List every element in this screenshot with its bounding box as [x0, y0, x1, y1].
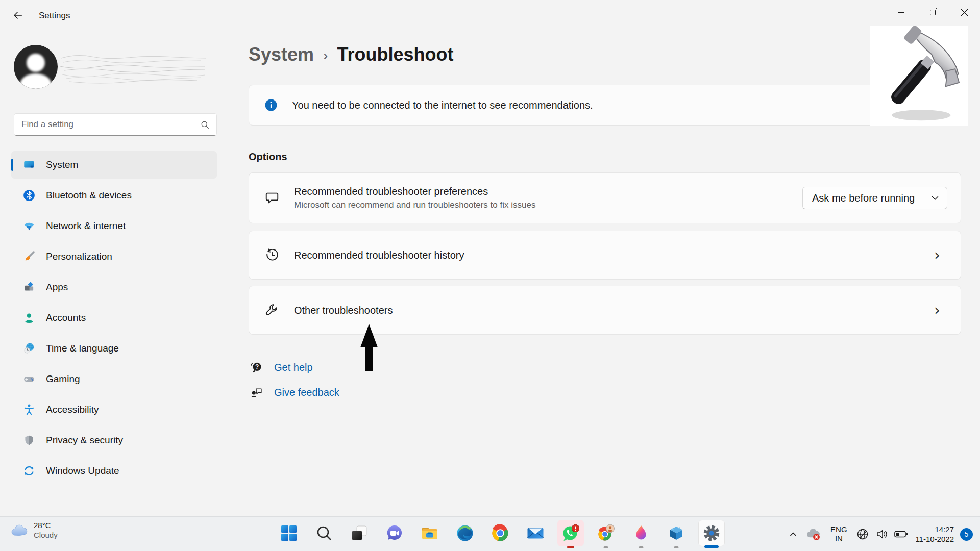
sidebar-item-label: System: [46, 159, 78, 170]
get-help-icon: ?: [249, 361, 264, 374]
search-icon: [316, 525, 332, 541]
tray-time: 14:27: [935, 525, 954, 534]
close-button[interactable]: [948, 0, 980, 24]
chevron-down-icon: [932, 196, 939, 201]
give-feedback-link[interactable]: Give feedback: [249, 382, 339, 403]
back-button[interactable]: [7, 5, 29, 26]
settings-button[interactable]: [698, 520, 725, 546]
card-title: Recommended troubleshooter preferences: [294, 186, 535, 197]
task-view-icon: [351, 524, 368, 542]
feedback-icon: [249, 386, 264, 399]
chat-button[interactable]: [381, 520, 408, 546]
file-explorer-button[interactable]: [416, 520, 443, 546]
task-view-button[interactable]: [346, 520, 373, 546]
tray-chevron-up-icon[interactable]: [785, 530, 802, 539]
weather-condition: Cloudy: [34, 531, 58, 540]
sidebar-item-personalization[interactable]: Personalization: [11, 243, 217, 270]
sidebar-item-label: Bluetooth & devices: [46, 190, 132, 201]
chrome-profile-open-indicator: [604, 546, 608, 548]
sidebar-item-system[interactable]: System: [11, 151, 217, 179]
edge-button[interactable]: [452, 520, 478, 546]
sidebar-item-bluetooth-devices[interactable]: Bluetooth & devices: [11, 182, 217, 209]
sidebar-item-time-language[interactable]: Time & language: [11, 335, 217, 362]
network-icon: [22, 219, 36, 233]
info-banner: You need to be connected to the internet…: [249, 85, 961, 126]
start-button[interactable]: [276, 520, 302, 546]
personalization-icon: [22, 250, 36, 263]
chrome-profile-button[interactable]: [593, 520, 619, 546]
search-icon[interactable]: [201, 120, 209, 129]
avatar-shoulders: [20, 73, 52, 89]
paint-button[interactable]: [628, 520, 654, 546]
card-subtitle: Microsoft can recommend and run troubles…: [294, 200, 535, 210]
annotation-up-arrow: [359, 323, 379, 372]
sidebar-item-accounts[interactable]: Accounts: [11, 304, 217, 332]
sidebar-item-accessibility[interactable]: Accessibility: [11, 396, 217, 423]
taskbar-search-button[interactable]: [311, 520, 337, 546]
system-icon: [22, 158, 36, 171]
bluetooth-icon: [22, 189, 36, 202]
chat-icon: [385, 524, 404, 542]
wrench-icon: [264, 303, 280, 318]
restore-button[interactable]: [917, 0, 948, 24]
breadcrumb-separator: ›: [323, 45, 328, 64]
battery-icon[interactable]: [892, 528, 911, 541]
sidebar-item-label: Gaming: [46, 373, 80, 385]
whatsapp-button[interactable]: [557, 520, 584, 546]
mail-button[interactable]: [522, 520, 549, 546]
sidebar-item-label: Apps: [46, 282, 68, 293]
restore-icon: [930, 10, 936, 15]
card-title: Other troubleshooters: [294, 305, 393, 316]
avatar[interactable]: [14, 45, 58, 89]
onedrive-error-icon[interactable]: [802, 527, 824, 541]
sidebar-item-label: Network & internet: [46, 220, 126, 232]
paint-icon: [632, 524, 650, 542]
gaming-icon: [22, 372, 36, 386]
sidebar-item-privacy-security[interactable]: Privacy & security: [11, 427, 217, 454]
card-recommended-troubleshooter-history[interactable]: Recommended troubleshooter history ›: [249, 231, 961, 280]
language-line2: IN: [835, 534, 843, 543]
get-help-link[interactable]: ? Get help: [249, 357, 339, 378]
settings-gear-icon: [702, 524, 721, 542]
titlebar: Settings: [0, 0, 980, 31]
hammer-image: [870, 26, 968, 126]
chrome-button[interactable]: [487, 520, 513, 546]
weather-temp: 28°C: [34, 521, 58, 531]
volume-icon[interactable]: [872, 528, 892, 541]
sidebar-item-network-internet[interactable]: Network & internet: [11, 212, 217, 240]
notification-count-badge[interactable]: 5: [960, 528, 973, 541]
minimize-icon: [898, 12, 904, 13]
sidebar-item-label: Time & language: [46, 343, 119, 354]
card-other-troubleshooters[interactable]: Other troubleshooters ›: [249, 286, 961, 335]
sidebar-item-label: Windows Update: [46, 465, 119, 477]
settings-active-indicator: [704, 545, 719, 548]
clock[interactable]: 14:27 11-10-2022: [915, 524, 954, 544]
settings-window: Settings: [0, 0, 980, 551]
whatsapp-icon: [561, 524, 580, 542]
3d-viewer-button[interactable]: [663, 520, 690, 546]
avatar-head: [27, 54, 45, 72]
minimize-button[interactable]: [885, 0, 917, 24]
breadcrumb: System › Troubleshoot: [249, 44, 453, 65]
file-explorer-icon: [421, 524, 439, 542]
search-box: [14, 113, 217, 136]
window-controls: [885, 0, 980, 24]
sidebar-item-label: Accessibility: [46, 404, 99, 415]
sidebar-item-gaming[interactable]: Gaming: [11, 365, 217, 393]
breadcrumb-parent[interactable]: System: [249, 44, 314, 65]
edge-icon: [456, 524, 474, 542]
language-indicator[interactable]: ENG IN: [824, 525, 853, 543]
privacy-security-icon: [22, 434, 36, 447]
windows-update-icon: [22, 464, 36, 478]
sidebar-item-apps[interactable]: Apps: [11, 273, 217, 301]
time-language-icon: [22, 342, 36, 355]
taskbar-weather-widget[interactable]: 28°C Cloudy: [9, 521, 58, 540]
selected-accent-pill: [11, 159, 13, 171]
mail-icon: [526, 524, 545, 542]
whatsapp-active-indicator: [567, 546, 574, 548]
sidebar-item-windows-update[interactable]: Windows Update: [11, 457, 217, 485]
no-internet-icon[interactable]: [853, 528, 872, 541]
search-input[interactable]: [14, 119, 201, 130]
troubleshooter-preference-dropdown[interactable]: Ask me before running: [802, 187, 947, 209]
taskbar-apps: [276, 520, 725, 546]
